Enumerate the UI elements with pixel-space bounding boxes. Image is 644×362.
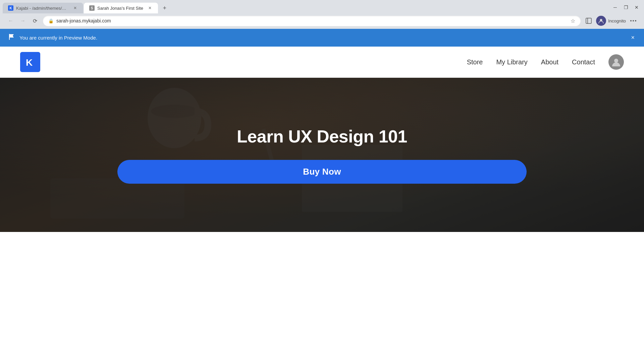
svg-point-9 [635, 20, 636, 21]
restore-button[interactable]: ❐ [621, 3, 631, 12]
new-tab-button[interactable]: + [160, 3, 169, 13]
nav-my-library[interactable]: My Library [496, 58, 527, 66]
tab2-favicon: S [89, 5, 95, 11]
browser-tab-1[interactable]: K Kajabi - /admin/themes/2153158... ✕ [3, 3, 83, 13]
sidebar-toggle-button[interactable] [583, 15, 594, 26]
hero-section: Learn UX Design 101 Buy Now [0, 78, 644, 232]
menu-button[interactable] [628, 15, 639, 26]
forward-button[interactable]: → [17, 15, 28, 26]
svg-point-7 [630, 20, 632, 21]
avatar-icon [611, 57, 621, 67]
logo-box: K [20, 52, 40, 72]
preview-banner-message: You are currently in Preview Mode. [19, 35, 626, 41]
svg-text:K: K [26, 57, 33, 68]
incognito-label: Incognito [608, 18, 626, 23]
tab1-favicon: K [8, 5, 13, 11]
svg-point-8 [633, 20, 634, 21]
nav-about[interactable]: About [541, 58, 558, 66]
close-window-button[interactable]: ✕ [632, 3, 641, 12]
svg-text:S: S [91, 6, 93, 10]
hero-content: Learn UX Design 101 Buy Now [0, 126, 644, 184]
svg-text:K: K [9, 6, 12, 10]
browser-action-buttons: Incognito [583, 15, 639, 26]
browser-chrome: K Kajabi - /admin/themes/2153158... ✕ S … [0, 0, 644, 29]
url-text: sarah-jonas.mykajabi.com [56, 18, 568, 23]
svg-point-12 [614, 59, 618, 63]
browser-addressbar: ← → ⟳ 🔒 sarah-jonas.mykajabi.com ☆ [0, 13, 644, 29]
browser-titlebar: K Kajabi - /admin/themes/2153158... ✕ S … [0, 0, 644, 13]
nav-contact[interactable]: Contact [572, 58, 595, 66]
site-logo[interactable]: K [20, 52, 40, 72]
nav-buttons: ← → ⟳ [5, 15, 40, 26]
tab2-close-button[interactable]: ✕ [147, 5, 153, 11]
preview-flag-icon [8, 33, 15, 42]
minimize-button[interactable]: ─ [610, 3, 620, 12]
svg-rect-4 [586, 18, 591, 23]
site-navigation: Store My Library About Contact [467, 54, 624, 70]
lock-icon: 🔒 [48, 18, 54, 23]
site-header: K Store My Library About Contact [0, 47, 644, 78]
browser-tab-2[interactable]: S Sarah Jonas's First Site ✕ [84, 3, 158, 13]
nav-store[interactable]: Store [467, 58, 483, 66]
tab1-close-button[interactable]: ✕ [72, 5, 78, 11]
tab1-title: Kajabi - /admin/themes/2153158... [16, 6, 68, 11]
reload-button[interactable]: ⟳ [30, 15, 40, 26]
below-hero-area [0, 232, 644, 326]
tab2-title: Sarah Jonas's First Site [97, 6, 143, 11]
back-button[interactable]: ← [5, 15, 16, 26]
window-controls: ─ ❐ ✕ [610, 3, 641, 13]
user-avatar[interactable] [608, 54, 624, 70]
logo-k-icon: K [24, 56, 37, 68]
bookmark-icon[interactable]: ☆ [571, 18, 575, 24]
preview-banner-close-button[interactable]: × [630, 33, 636, 43]
address-bar[interactable]: 🔒 sarah-jonas.mykajabi.com ☆ [43, 16, 581, 26]
buy-now-button[interactable]: Buy Now [117, 160, 527, 184]
profile-button[interactable] [596, 16, 606, 26]
preview-mode-banner: You are currently in Preview Mode. × [0, 29, 644, 47]
svg-rect-10 [9, 34, 10, 40]
hero-title: Learn UX Design 101 [237, 126, 407, 146]
